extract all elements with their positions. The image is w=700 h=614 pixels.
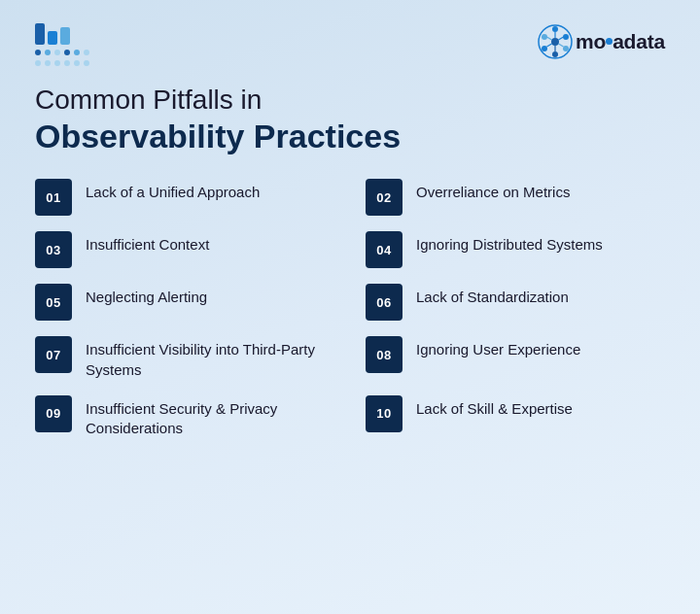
header: moadata — [35, 23, 665, 66]
pitfall-number-7: 07 — [35, 336, 72, 373]
subtitle: Common Pitfalls in — [35, 84, 665, 117]
pitfall-label-1: Lack of a Unified Approach — [86, 179, 260, 202]
pitfall-item-7: 07Insufficient Visibility into Third-Par… — [35, 336, 334, 380]
pitfall-label-6: Lack of Standardization — [416, 284, 569, 307]
pitfall-item-8: 08Ignoring User Experience — [366, 336, 665, 380]
pitfall-label-8: Ignoring User Experience — [416, 336, 580, 359]
pitfall-item-4: 04Ignoring Distributed Systems — [366, 231, 665, 268]
pitfall-item-1: 01Lack of a Unified Approach — [35, 179, 334, 216]
pitfall-number-2: 02 — [366, 179, 402, 216]
motadata-logo-icon — [537, 23, 574, 60]
svg-point-4 — [563, 46, 569, 51]
svg-point-5 — [552, 51, 558, 57]
dots-decoration — [35, 48, 89, 55]
main-title: Observability Practices — [35, 117, 665, 156]
svg-point-1 — [551, 38, 559, 46]
pitfall-number-6: 06 — [366, 284, 402, 321]
title-section: Common Pitfalls in Observability Practic… — [35, 84, 665, 155]
bar3 — [60, 27, 70, 45]
pitfall-item-10: 10Lack of Skill & Expertise — [366, 395, 665, 439]
bar1 — [35, 23, 45, 45]
svg-line-10 — [559, 44, 564, 47]
pitfall-label-5: Neglecting Alerting — [86, 284, 207, 307]
pitfalls-grid: 01Lack of a Unified Approach02Overrelian… — [35, 179, 665, 438]
motadata-logo: moadata — [537, 23, 665, 60]
pitfall-label-7: Insufficient Visibility into Third-Party… — [86, 336, 334, 380]
pitfall-item-9: 09Insufficient Security & Privacy Consid… — [35, 395, 334, 439]
pitfall-label-10: Lack of Skill & Expertise — [416, 395, 573, 419]
pitfall-item-6: 06Lack of Standardization — [366, 284, 665, 321]
svg-point-7 — [542, 34, 547, 40]
bar-chart-icon — [35, 23, 89, 45]
page-container: moadata Common Pitfalls in Observability… — [0, 0, 700, 614]
pitfall-item-2: 02Overreliance on Metrics — [366, 179, 665, 216]
pitfall-number-4: 04 — [366, 231, 402, 268]
pitfall-number-9: 09 — [35, 395, 72, 432]
svg-point-3 — [563, 34, 569, 40]
pitfall-label-2: Overreliance on Metrics — [416, 179, 570, 202]
pitfall-item-5: 05Neglecting Alerting — [35, 284, 334, 321]
motadata-text: moadata — [576, 30, 665, 53]
pitfall-item-3: 03Insufficient Context — [35, 231, 334, 268]
dots-decoration2 — [35, 58, 89, 66]
left-logo-icon — [35, 23, 89, 66]
pitfall-number-1: 01 — [35, 179, 72, 216]
svg-point-6 — [542, 46, 547, 51]
pitfall-number-8: 08 — [366, 336, 402, 373]
svg-point-2 — [552, 26, 558, 32]
pitfall-label-9: Insufficient Security & Privacy Consider… — [86, 395, 334, 439]
pitfall-number-5: 05 — [35, 284, 72, 321]
pitfall-label-4: Ignoring Distributed Systems — [416, 231, 603, 255]
pitfall-label-3: Insufficient Context — [86, 231, 209, 255]
svg-line-13 — [547, 37, 552, 40]
accent-dot — [606, 38, 612, 45]
svg-line-9 — [559, 37, 564, 40]
bar2 — [48, 31, 57, 45]
pitfall-number-3: 03 — [35, 231, 72, 268]
pitfall-number-10: 10 — [366, 395, 402, 432]
svg-line-12 — [547, 44, 552, 47]
